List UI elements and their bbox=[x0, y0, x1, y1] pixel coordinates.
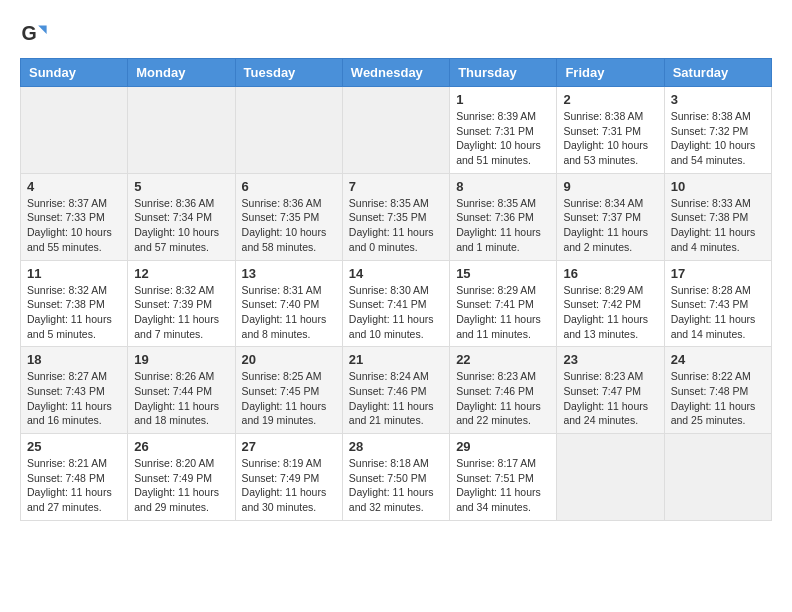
day-info: Sunrise: 8:35 AM Sunset: 7:35 PM Dayligh… bbox=[349, 196, 443, 255]
calendar-cell: 25Sunrise: 8:21 AM Sunset: 7:48 PM Dayli… bbox=[21, 434, 128, 521]
day-number: 9 bbox=[563, 179, 657, 194]
day-number: 20 bbox=[242, 352, 336, 367]
weekday-header: Friday bbox=[557, 59, 664, 87]
day-info: Sunrise: 8:23 AM Sunset: 7:47 PM Dayligh… bbox=[563, 369, 657, 428]
logo-icon: G bbox=[20, 20, 48, 48]
day-info: Sunrise: 8:35 AM Sunset: 7:36 PM Dayligh… bbox=[456, 196, 550, 255]
day-info: Sunrise: 8:34 AM Sunset: 7:37 PM Dayligh… bbox=[563, 196, 657, 255]
day-info: Sunrise: 8:28 AM Sunset: 7:43 PM Dayligh… bbox=[671, 283, 765, 342]
day-info: Sunrise: 8:17 AM Sunset: 7:51 PM Dayligh… bbox=[456, 456, 550, 515]
day-info: Sunrise: 8:36 AM Sunset: 7:34 PM Dayligh… bbox=[134, 196, 228, 255]
day-number: 17 bbox=[671, 266, 765, 281]
day-number: 18 bbox=[27, 352, 121, 367]
calendar-cell: 20Sunrise: 8:25 AM Sunset: 7:45 PM Dayli… bbox=[235, 347, 342, 434]
calendar-cell: 7Sunrise: 8:35 AM Sunset: 7:35 PM Daylig… bbox=[342, 173, 449, 260]
day-number: 26 bbox=[134, 439, 228, 454]
calendar-week-row: 4Sunrise: 8:37 AM Sunset: 7:33 PM Daylig… bbox=[21, 173, 772, 260]
calendar-cell: 29Sunrise: 8:17 AM Sunset: 7:51 PM Dayli… bbox=[450, 434, 557, 521]
calendar-week-row: 18Sunrise: 8:27 AM Sunset: 7:43 PM Dayli… bbox=[21, 347, 772, 434]
calendar-cell: 24Sunrise: 8:22 AM Sunset: 7:48 PM Dayli… bbox=[664, 347, 771, 434]
day-info: Sunrise: 8:18 AM Sunset: 7:50 PM Dayligh… bbox=[349, 456, 443, 515]
calendar-cell: 22Sunrise: 8:23 AM Sunset: 7:46 PM Dayli… bbox=[450, 347, 557, 434]
day-info: Sunrise: 8:25 AM Sunset: 7:45 PM Dayligh… bbox=[242, 369, 336, 428]
day-number: 14 bbox=[349, 266, 443, 281]
calendar-cell: 10Sunrise: 8:33 AM Sunset: 7:38 PM Dayli… bbox=[664, 173, 771, 260]
calendar-cell bbox=[21, 87, 128, 174]
day-info: Sunrise: 8:39 AM Sunset: 7:31 PM Dayligh… bbox=[456, 109, 550, 168]
day-number: 13 bbox=[242, 266, 336, 281]
calendar-cell: 23Sunrise: 8:23 AM Sunset: 7:47 PM Dayli… bbox=[557, 347, 664, 434]
day-info: Sunrise: 8:24 AM Sunset: 7:46 PM Dayligh… bbox=[349, 369, 443, 428]
weekday-header: Sunday bbox=[21, 59, 128, 87]
calendar-cell: 28Sunrise: 8:18 AM Sunset: 7:50 PM Dayli… bbox=[342, 434, 449, 521]
day-info: Sunrise: 8:37 AM Sunset: 7:33 PM Dayligh… bbox=[27, 196, 121, 255]
calendar-cell: 19Sunrise: 8:26 AM Sunset: 7:44 PM Dayli… bbox=[128, 347, 235, 434]
day-number: 23 bbox=[563, 352, 657, 367]
calendar-cell: 15Sunrise: 8:29 AM Sunset: 7:41 PM Dayli… bbox=[450, 260, 557, 347]
weekday-header: Monday bbox=[128, 59, 235, 87]
calendar-cell bbox=[235, 87, 342, 174]
day-info: Sunrise: 8:29 AM Sunset: 7:42 PM Dayligh… bbox=[563, 283, 657, 342]
day-number: 7 bbox=[349, 179, 443, 194]
day-number: 27 bbox=[242, 439, 336, 454]
calendar-cell: 4Sunrise: 8:37 AM Sunset: 7:33 PM Daylig… bbox=[21, 173, 128, 260]
calendar-table: SundayMondayTuesdayWednesdayThursdayFrid… bbox=[20, 58, 772, 521]
day-info: Sunrise: 8:32 AM Sunset: 7:39 PM Dayligh… bbox=[134, 283, 228, 342]
day-number: 8 bbox=[456, 179, 550, 194]
weekday-header: Wednesday bbox=[342, 59, 449, 87]
day-info: Sunrise: 8:31 AM Sunset: 7:40 PM Dayligh… bbox=[242, 283, 336, 342]
day-info: Sunrise: 8:38 AM Sunset: 7:32 PM Dayligh… bbox=[671, 109, 765, 168]
calendar-week-row: 11Sunrise: 8:32 AM Sunset: 7:38 PM Dayli… bbox=[21, 260, 772, 347]
day-number: 10 bbox=[671, 179, 765, 194]
calendar-cell: 27Sunrise: 8:19 AM Sunset: 7:49 PM Dayli… bbox=[235, 434, 342, 521]
day-number: 15 bbox=[456, 266, 550, 281]
day-number: 16 bbox=[563, 266, 657, 281]
calendar-cell bbox=[342, 87, 449, 174]
calendar-cell: 14Sunrise: 8:30 AM Sunset: 7:41 PM Dayli… bbox=[342, 260, 449, 347]
day-info: Sunrise: 8:20 AM Sunset: 7:49 PM Dayligh… bbox=[134, 456, 228, 515]
day-info: Sunrise: 8:27 AM Sunset: 7:43 PM Dayligh… bbox=[27, 369, 121, 428]
day-info: Sunrise: 8:22 AM Sunset: 7:48 PM Dayligh… bbox=[671, 369, 765, 428]
day-info: Sunrise: 8:29 AM Sunset: 7:41 PM Dayligh… bbox=[456, 283, 550, 342]
day-number: 11 bbox=[27, 266, 121, 281]
svg-text:G: G bbox=[21, 22, 36, 44]
page-header: G bbox=[20, 20, 772, 48]
calendar-cell: 6Sunrise: 8:36 AM Sunset: 7:35 PM Daylig… bbox=[235, 173, 342, 260]
day-number: 25 bbox=[27, 439, 121, 454]
day-info: Sunrise: 8:19 AM Sunset: 7:49 PM Dayligh… bbox=[242, 456, 336, 515]
calendar-cell: 2Sunrise: 8:38 AM Sunset: 7:31 PM Daylig… bbox=[557, 87, 664, 174]
calendar-cell: 16Sunrise: 8:29 AM Sunset: 7:42 PM Dayli… bbox=[557, 260, 664, 347]
day-number: 19 bbox=[134, 352, 228, 367]
logo: G bbox=[20, 20, 54, 48]
day-number: 3 bbox=[671, 92, 765, 107]
day-info: Sunrise: 8:33 AM Sunset: 7:38 PM Dayligh… bbox=[671, 196, 765, 255]
day-info: Sunrise: 8:38 AM Sunset: 7:31 PM Dayligh… bbox=[563, 109, 657, 168]
day-info: Sunrise: 8:26 AM Sunset: 7:44 PM Dayligh… bbox=[134, 369, 228, 428]
calendar-cell: 26Sunrise: 8:20 AM Sunset: 7:49 PM Dayli… bbox=[128, 434, 235, 521]
svg-marker-1 bbox=[38, 26, 46, 34]
day-info: Sunrise: 8:30 AM Sunset: 7:41 PM Dayligh… bbox=[349, 283, 443, 342]
calendar-cell: 8Sunrise: 8:35 AM Sunset: 7:36 PM Daylig… bbox=[450, 173, 557, 260]
calendar-cell bbox=[128, 87, 235, 174]
calendar-cell: 12Sunrise: 8:32 AM Sunset: 7:39 PM Dayli… bbox=[128, 260, 235, 347]
calendar-week-row: 1Sunrise: 8:39 AM Sunset: 7:31 PM Daylig… bbox=[21, 87, 772, 174]
day-number: 12 bbox=[134, 266, 228, 281]
weekday-header: Thursday bbox=[450, 59, 557, 87]
weekday-header-row: SundayMondayTuesdayWednesdayThursdayFrid… bbox=[21, 59, 772, 87]
day-info: Sunrise: 8:36 AM Sunset: 7:35 PM Dayligh… bbox=[242, 196, 336, 255]
day-info: Sunrise: 8:23 AM Sunset: 7:46 PM Dayligh… bbox=[456, 369, 550, 428]
day-number: 22 bbox=[456, 352, 550, 367]
calendar-week-row: 25Sunrise: 8:21 AM Sunset: 7:48 PM Dayli… bbox=[21, 434, 772, 521]
calendar-cell: 17Sunrise: 8:28 AM Sunset: 7:43 PM Dayli… bbox=[664, 260, 771, 347]
calendar-cell: 5Sunrise: 8:36 AM Sunset: 7:34 PM Daylig… bbox=[128, 173, 235, 260]
calendar-cell: 1Sunrise: 8:39 AM Sunset: 7:31 PM Daylig… bbox=[450, 87, 557, 174]
day-info: Sunrise: 8:21 AM Sunset: 7:48 PM Dayligh… bbox=[27, 456, 121, 515]
day-number: 2 bbox=[563, 92, 657, 107]
day-number: 5 bbox=[134, 179, 228, 194]
calendar-cell: 3Sunrise: 8:38 AM Sunset: 7:32 PM Daylig… bbox=[664, 87, 771, 174]
calendar-cell: 9Sunrise: 8:34 AM Sunset: 7:37 PM Daylig… bbox=[557, 173, 664, 260]
day-number: 28 bbox=[349, 439, 443, 454]
day-number: 6 bbox=[242, 179, 336, 194]
calendar-cell: 21Sunrise: 8:24 AM Sunset: 7:46 PM Dayli… bbox=[342, 347, 449, 434]
day-number: 4 bbox=[27, 179, 121, 194]
